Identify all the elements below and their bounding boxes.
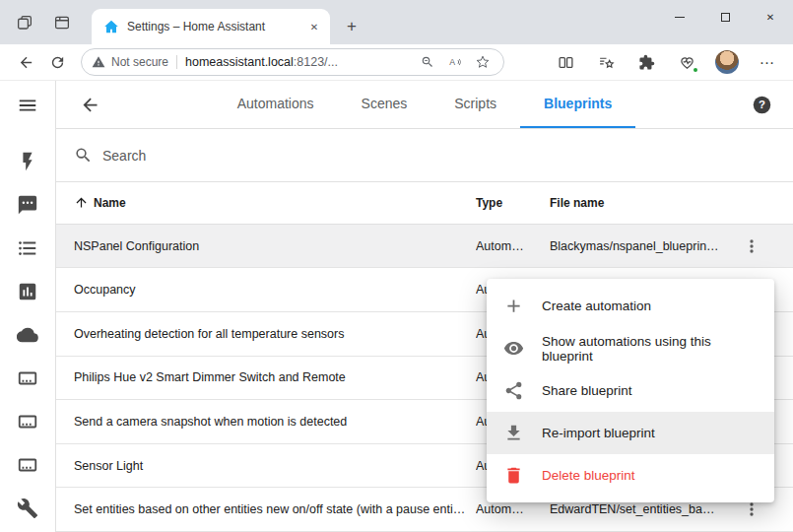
- row-name: Send a camera snapshot when motion is de…: [74, 415, 476, 429]
- sidebar-item-hub-3[interactable]: [16, 453, 39, 477]
- refresh-icon[interactable]: [41, 47, 73, 77]
- sidebar-item-hub-1[interactable]: [16, 366, 39, 390]
- browser-tab[interactable]: Settings – Home Assistant ✕: [92, 9, 330, 44]
- sidebar-item-assist[interactable]: [16, 193, 39, 217]
- window-minimize-button[interactable]: [657, 0, 702, 33]
- security-label: Not secure: [111, 55, 168, 69]
- tab-close-icon[interactable]: ✕: [304, 17, 324, 36]
- url-host: homeassistant.local: [185, 55, 294, 69]
- tab-title: Settings – Home Assistant: [127, 20, 304, 33]
- url-text: homeassistant.local:8123/...: [185, 55, 411, 69]
- divider: [176, 55, 177, 69]
- toolbar-right: …: [550, 47, 783, 77]
- ha-header: Automations Scenes Scripts Blueprints ?: [56, 81, 793, 129]
- browser-essentials-icon[interactable]: [671, 47, 702, 77]
- zoom-out-icon[interactable]: [417, 51, 438, 73]
- menu-item-reimport-blueprint[interactable]: Re-import blueprint: [487, 412, 774, 454]
- search-icon: [74, 146, 93, 165]
- column-file-name[interactable]: File name: [550, 196, 730, 210]
- row-type: Autom…: [476, 239, 550, 253]
- table-header: Name Type File name: [56, 182, 793, 225]
- eye-icon: [503, 338, 524, 359]
- not-secure-warning-icon: [92, 55, 105, 69]
- menu-item-create-automation[interactable]: Create automation: [487, 285, 774, 327]
- row-name: Set entities based on other entities new…: [74, 502, 476, 516]
- back-icon[interactable]: [10, 47, 41, 77]
- menu-item-show-automations[interactable]: Show automations using this blueprint: [487, 327, 774, 369]
- window-close-button[interactable]: ✕: [748, 0, 793, 33]
- row-name: Philips Hue v2 Smart Dimmer Switch and R…: [74, 370, 476, 384]
- row-file: Blackymas/nspanel_blueprin…: [550, 239, 730, 253]
- menu-item-share-blueprint[interactable]: Share blueprint: [487, 369, 774, 412]
- row-overflow-icon[interactable]: [734, 229, 769, 264]
- more-menu-icon[interactable]: …: [752, 47, 783, 77]
- profile-avatar[interactable]: [711, 47, 743, 77]
- menu-item-delete-blueprint[interactable]: Delete blueprint: [487, 454, 774, 497]
- tab-scripts[interactable]: Scripts: [430, 81, 520, 128]
- sidebar-item-cloud[interactable]: [16, 323, 39, 347]
- help-icon[interactable]: ?: [752, 94, 773, 115]
- sidebar-item-hub-2[interactable]: [16, 410, 39, 433]
- table-row[interactable]: NSPanel Configuration Autom… Blackymas/n…: [56, 225, 793, 269]
- tab-scenes[interactable]: Scenes: [338, 81, 431, 128]
- download-icon: [503, 423, 524, 443]
- url-path: :8123/...: [294, 55, 338, 69]
- favorites-icon[interactable]: [590, 47, 622, 77]
- browser-titlebar: Settings – Home Assistant ✕ + ✕: [0, 0, 793, 44]
- home-assistant-favicon: [103, 19, 119, 34]
- sidebar-item-history[interactable]: [16, 280, 39, 303]
- ha-sidebar: [0, 81, 56, 532]
- favorite-star-icon[interactable]: [472, 51, 494, 73]
- window-maximize-button[interactable]: [702, 0, 748, 33]
- delete-icon: [503, 465, 524, 486]
- plus-icon: [503, 296, 524, 316]
- row-type: Autom…: [476, 502, 550, 516]
- row-name: Occupancy: [74, 283, 476, 297]
- tab-blueprints[interactable]: Blueprints: [520, 81, 635, 128]
- ha-tabs: Automations Scenes Scripts Blueprints: [214, 81, 636, 128]
- sort-ascending-icon: [74, 195, 89, 210]
- row-file: EdwardTEN/set_entities_bas…: [550, 502, 730, 516]
- row-name: Overheating detection for all temperatur…: [74, 327, 476, 341]
- read-aloud-icon[interactable]: A: [444, 51, 466, 73]
- tab-automations[interactable]: Automations: [214, 81, 338, 128]
- new-tab-button[interactable]: +: [339, 14, 364, 39]
- address-bar[interactable]: Not secure homeassistant.local:8123/... …: [81, 48, 504, 76]
- svg-text:A: A: [449, 57, 455, 67]
- status-badge: [692, 66, 699, 74]
- sidebar-item-todo-lists[interactable]: [16, 236, 39, 260]
- browser-toolbar: Not secure homeassistant.local:8123/... …: [0, 44, 793, 81]
- svg-text:?: ?: [759, 99, 765, 110]
- share-icon: [503, 380, 524, 401]
- ha-back-icon[interactable]: [76, 91, 103, 118]
- column-type[interactable]: Type: [476, 196, 550, 210]
- split-screen-icon[interactable]: [550, 47, 581, 77]
- workspaces-icon[interactable]: [10, 8, 39, 37]
- vertical-tabs-icon[interactable]: [47, 8, 77, 37]
- search-input[interactable]: [102, 148, 775, 164]
- browser-window: Settings – Home Assistant ✕ + ✕ Not secu…: [0, 0, 793, 532]
- sidebar-item-developer-tools[interactable]: [16, 497, 39, 520]
- window-controls: ✕: [657, 0, 793, 33]
- column-name[interactable]: Name: [74, 195, 476, 210]
- row-name: Sensor Light: [74, 459, 476, 473]
- sidebar-item-energy[interactable]: [16, 150, 39, 173]
- blueprint-context-menu: Create automation Show automations using…: [487, 279, 774, 502]
- menu-icon[interactable]: [16, 94, 39, 117]
- row-name: NSPanel Configuration: [74, 239, 476, 253]
- search-bar: [56, 129, 793, 182]
- extensions-icon[interactable]: [630, 47, 662, 77]
